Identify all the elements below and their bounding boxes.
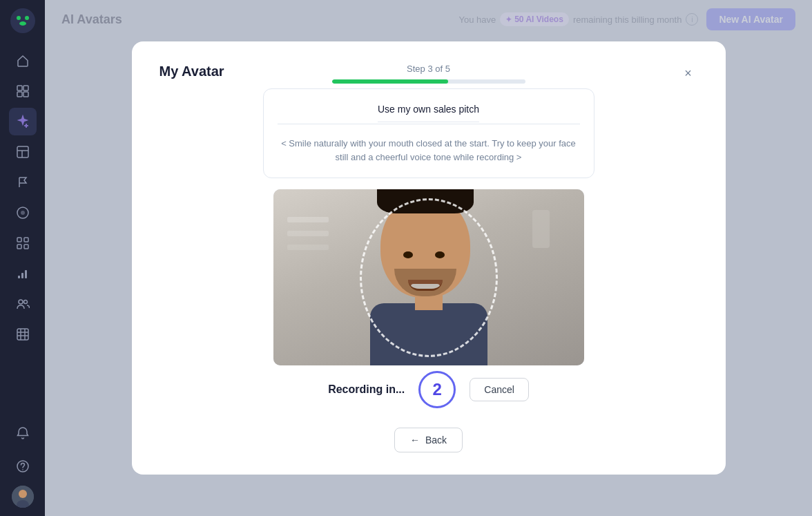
- step-label: Step 3 of 5: [407, 64, 450, 74]
- recording-controls: Recording in... 2 Cancel: [328, 371, 529, 408]
- svg-rect-15: [17, 245, 21, 249]
- sidebar: [0, 0, 45, 516]
- sidebar-item-home[interactable]: [9, 47, 37, 75]
- svg-point-30: [19, 490, 27, 498]
- modal-title: My Avatar: [160, 64, 224, 79]
- sidebar-item-connect[interactable]: [9, 199, 37, 227]
- app-logo[interactable]: [10, 8, 35, 33]
- step-indicator: Step 3 of 5: [332, 64, 525, 84]
- pitch-hint: < Smile naturally with your mouth closed…: [281, 137, 576, 164]
- back-label: Back: [425, 434, 447, 446]
- video-container: [273, 189, 584, 365]
- svg-rect-19: [25, 270, 27, 278]
- svg-point-0: [10, 8, 35, 33]
- svg-rect-16: [24, 245, 28, 249]
- sidebar-item-gallery[interactable]: [9, 77, 37, 105]
- sidebar-item-analytics[interactable]: [9, 260, 37, 287]
- svg-rect-8: [17, 146, 28, 157]
- svg-rect-17: [18, 276, 20, 278]
- main-content: AI Avatars You have ✦ 50 AI Videos remai…: [45, 0, 812, 516]
- sidebar-item-modules[interactable]: [9, 229, 37, 257]
- back-button[interactable]: ← Back: [394, 428, 463, 452]
- video-bg: [273, 189, 584, 365]
- modal-dialog: My Avatar Step 3 of 5 × Use my own sales…: [132, 41, 726, 475]
- svg-point-2: [25, 16, 29, 20]
- svg-point-28: [22, 469, 23, 470]
- svg-point-21: [23, 300, 27, 304]
- modal-header: My Avatar Step 3 of 5 ×: [160, 64, 698, 83]
- svg-point-12: [21, 211, 25, 215]
- svg-point-20: [19, 300, 23, 304]
- close-icon[interactable]: ×: [679, 64, 698, 83]
- sidebar-item-users[interactable]: [9, 290, 37, 318]
- recording-label: Recording in...: [328, 383, 405, 396]
- cancel-button[interactable]: Cancel: [470, 378, 529, 401]
- svg-rect-22: [17, 329, 28, 340]
- svg-point-1: [17, 16, 21, 20]
- sidebar-bottom: [9, 419, 37, 508]
- svg-rect-5: [23, 86, 28, 90]
- svg-rect-6: [17, 92, 22, 97]
- sidebar-item-bell[interactable]: [9, 419, 37, 447]
- svg-rect-14: [24, 238, 28, 242]
- sidebar-item-help[interactable]: [9, 452, 37, 480]
- svg-rect-7: [23, 92, 28, 97]
- progress-bar-fill: [332, 79, 448, 84]
- sidebar-item-layout[interactable]: [9, 138, 37, 166]
- svg-rect-4: [17, 86, 22, 90]
- modal-overlay: My Avatar Step 3 of 5 × Use my own sales…: [45, 0, 812, 516]
- sidebar-item-ai[interactable]: [9, 108, 37, 135]
- pitch-title: Use my own sales pitch: [378, 104, 479, 122]
- svg-rect-13: [17, 238, 21, 242]
- sidebar-item-flag[interactable]: [9, 169, 37, 196]
- user-avatar[interactable]: [12, 486, 34, 508]
- countdown-circle: 2: [418, 371, 456, 408]
- back-arrow-icon: ←: [410, 434, 420, 446]
- recording-card: Use my own sales pitch < Smile naturally…: [263, 88, 594, 178]
- progress-bar-container: [332, 79, 525, 84]
- svg-point-3: [19, 21, 26, 26]
- sidebar-item-table[interactable]: [9, 321, 37, 348]
- svg-rect-18: [21, 273, 23, 278]
